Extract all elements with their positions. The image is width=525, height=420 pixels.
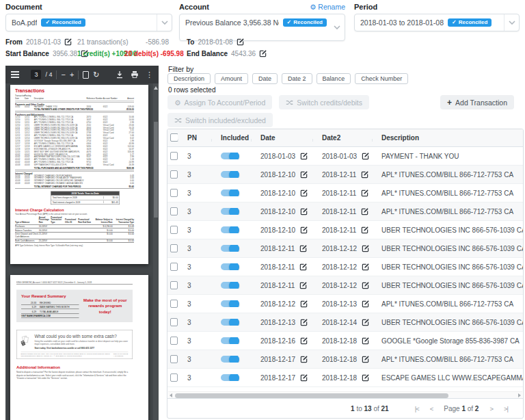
- included-toggle[interactable]: [221, 263, 238, 270]
- row-checkbox[interactable]: [170, 152, 178, 160]
- edit-from-icon[interactable]: [64, 38, 72, 46]
- pdf-document-area[interactable]: Transactions Transaction Date Posting Da…: [5, 83, 159, 420]
- edit-date-icon[interactable]: [299, 245, 307, 252]
- next-page-icon[interactable]: >: [489, 405, 493, 412]
- edit-date2-icon[interactable]: [362, 337, 369, 345]
- row-checkbox[interactable]: [170, 207, 178, 215]
- filter-chip[interactable]: Date: [252, 73, 278, 84]
- filter-chip[interactable]: Check Number: [355, 73, 408, 84]
- included-toggle[interactable]: [221, 153, 238, 159]
- switch-credits-debits-button[interactable]: Switch credits/debits: [279, 95, 369, 109]
- edit-date-icon[interactable]: [300, 226, 308, 234]
- edit-date-icon[interactable]: [300, 374, 308, 382]
- included-toggle[interactable]: [221, 245, 238, 252]
- download-icon[interactable]: [116, 70, 124, 79]
- scroll-up-icon[interactable]: [154, 86, 158, 90]
- zoom-in-icon[interactable]: +: [70, 71, 74, 79]
- edit-date2-icon[interactable]: [362, 263, 369, 271]
- rename-button[interactable]: ⚙ Rename: [310, 3, 345, 11]
- row-checkbox[interactable]: [170, 281, 178, 289]
- edit-date2-icon[interactable]: [361, 189, 368, 197]
- table-horizontal-scrollbar[interactable]: [168, 391, 522, 398]
- col-header-description[interactable]: Description: [372, 134, 523, 142]
- edit-date2-icon[interactable]: [362, 374, 369, 382]
- included-toggle[interactable]: [221, 337, 238, 344]
- col-header-included[interactable]: Included: [211, 134, 251, 142]
- edit-date-icon[interactable]: [300, 208, 308, 215]
- included-toggle[interactable]: [221, 319, 238, 326]
- scroll-right-icon[interactable]: [518, 393, 521, 397]
- filter-chip[interactable]: Date 2: [282, 73, 312, 84]
- col-header-date[interactable]: Date: [251, 134, 312, 142]
- period-select[interactable]: 2018-01-03 to 2018-01-08 ✓ Reconciled: [354, 14, 520, 31]
- edit-date-icon[interactable]: [300, 153, 308, 160]
- zoom-out-icon[interactable]: −: [61, 71, 65, 79]
- col-header-date2[interactable]: Date2: [312, 134, 372, 142]
- pdf-vertical-scrollbar[interactable]: [153, 83, 159, 420]
- print-icon[interactable]: [131, 70, 139, 79]
- edit-date-icon[interactable]: [300, 356, 308, 363]
- included-toggle[interactable]: [221, 171, 238, 178]
- account-select[interactable]: Previous Balance 3,956.38 New Balance To…: [179, 14, 345, 41]
- included-toggle[interactable]: [221, 189, 238, 196]
- document-select[interactable]: BoA.pdf ✓ Reconciled: [5, 14, 172, 31]
- badge-label: Reconciled: [52, 20, 81, 25]
- edit-date2-icon[interactable]: [362, 300, 369, 308]
- edit-date-icon[interactable]: [300, 300, 308, 308]
- included-toggle[interactable]: [221, 374, 238, 381]
- edit-date2-icon[interactable]: [362, 245, 369, 252]
- included-toggle[interactable]: [221, 356, 238, 363]
- assign-to-account-period-button[interactable]: ⚙ Assign To Account/Period: [167, 95, 272, 109]
- fit-page-icon[interactable]: [83, 71, 89, 79]
- switch-included-excluded-button[interactable]: Switch included/excluded: [167, 113, 273, 127]
- pdf-scrollbar-thumb[interactable]: [154, 122, 158, 218]
- col-header-pn[interactable]: PN: [178, 134, 211, 142]
- filter-chip[interactable]: Balance: [317, 73, 351, 84]
- edit-date2-icon[interactable]: [361, 208, 368, 215]
- edit-date2-icon[interactable]: [362, 282, 369, 289]
- edit-date2-icon[interactable]: [361, 226, 368, 234]
- included-toggle[interactable]: [221, 300, 238, 307]
- page-number-input[interactable]: 3: [31, 70, 41, 79]
- included-toggle[interactable]: [221, 282, 238, 289]
- edit-date-icon[interactable]: [299, 263, 307, 271]
- row-checkbox[interactable]: [170, 373, 178, 382]
- chevron-down-icon[interactable]: [504, 14, 519, 31]
- chevron-down-icon[interactable]: [329, 14, 345, 40]
- row-checkbox[interactable]: [170, 226, 178, 234]
- last-page-icon[interactable]: >|: [504, 405, 508, 412]
- row-checkbox[interactable]: [170, 244, 178, 252]
- edit-end-balance-icon[interactable]: [259, 50, 267, 57]
- more-options-icon[interactable]: ⋮: [146, 71, 153, 79]
- select-all-checkbox[interactable]: [170, 133, 178, 142]
- row-checkbox[interactable]: [170, 170, 178, 179]
- edit-date2-icon[interactable]: [362, 356, 369, 363]
- edit-to-icon[interactable]: [237, 38, 244, 46]
- rotate-icon[interactable]: ↻: [93, 71, 99, 79]
- included-toggle[interactable]: [221, 226, 238, 233]
- menu-icon[interactable]: [11, 71, 19, 78]
- edit-date2-icon[interactable]: [362, 319, 369, 326]
- filter-chip[interactable]: Description: [167, 73, 211, 84]
- add-transaction-button[interactable]: + Add Transaction: [440, 95, 514, 109]
- row-checkbox[interactable]: [170, 355, 178, 363]
- included-toggle[interactable]: [221, 208, 238, 215]
- edit-date2-icon[interactable]: [361, 171, 368, 179]
- edit-date-icon[interactable]: [300, 171, 308, 179]
- table-scrollbar-thumb[interactable]: [175, 393, 448, 398]
- filter-chip[interactable]: Amount: [215, 73, 248, 84]
- row-checkbox[interactable]: [170, 300, 178, 308]
- row-checkbox[interactable]: [170, 263, 178, 271]
- first-page-icon[interactable]: |<: [415, 405, 419, 412]
- scroll-left-icon[interactable]: [170, 393, 172, 397]
- row-checkbox[interactable]: [170, 189, 178, 197]
- edit-date2-icon[interactable]: [362, 153, 369, 160]
- row-checkbox[interactable]: [170, 318, 178, 326]
- edit-date-icon[interactable]: [300, 189, 308, 197]
- edit-date-icon[interactable]: [300, 319, 308, 326]
- edit-date-icon[interactable]: [299, 282, 307, 289]
- edit-date-icon[interactable]: [300, 337, 308, 345]
- previous-page-icon[interactable]: <: [430, 405, 433, 412]
- row-checkbox[interactable]: [170, 337, 178, 345]
- chevron-down-icon[interactable]: [157, 14, 172, 31]
